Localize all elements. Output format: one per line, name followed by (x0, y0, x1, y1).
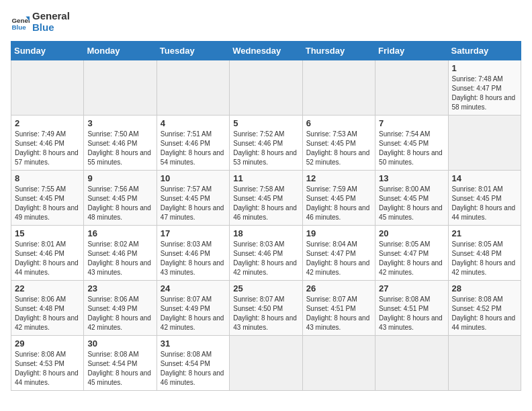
week-row-3: 8Sunrise: 7:55 AMSunset: 4:45 PMDaylight… (11, 171, 521, 226)
day-info: Sunrise: 7:58 AMSunset: 4:45 PMDaylight:… (233, 185, 298, 222)
day-info: Sunrise: 7:50 AMSunset: 4:46 PMDaylight:… (87, 130, 152, 167)
day-info: Sunrise: 8:07 AMSunset: 4:51 PMDaylight:… (306, 295, 371, 332)
day-info: Sunrise: 7:53 AMSunset: 4:45 PMDaylight:… (306, 130, 371, 167)
week-row-1: 1Sunrise: 7:48 AMSunset: 4:47 PMDaylight… (11, 60, 521, 116)
day-number: 9 (87, 173, 152, 183)
calendar-cell: 14Sunrise: 8:01 AMSunset: 4:45 PMDayligh… (448, 171, 521, 226)
calendar-cell: 22Sunrise: 8:06 AMSunset: 4:48 PMDayligh… (11, 281, 84, 336)
day-info: Sunrise: 8:03 AMSunset: 4:46 PMDaylight:… (161, 240, 226, 277)
calendar-cell: 6Sunrise: 7:53 AMSunset: 4:45 PMDaylight… (302, 116, 375, 171)
day-number: 11 (233, 173, 298, 183)
calendar-cell: 23Sunrise: 8:06 AMSunset: 4:49 PMDayligh… (84, 281, 157, 336)
day-info: Sunrise: 7:55 AMSunset: 4:45 PMDaylight:… (15, 185, 80, 222)
day-number: 27 (379, 283, 444, 293)
day-number: 28 (452, 283, 517, 293)
calendar-cell (302, 336, 375, 391)
day-info: Sunrise: 8:02 AMSunset: 4:46 PMDaylight:… (87, 240, 152, 277)
day-info: Sunrise: 8:05 AMSunset: 4:47 PMDaylight:… (379, 240, 444, 277)
day-info: Sunrise: 8:03 AMSunset: 4:46 PMDaylight:… (233, 240, 298, 277)
day-info: Sunrise: 7:56 AMSunset: 4:45 PMDaylight:… (87, 185, 152, 222)
calendar-cell: 25Sunrise: 8:07 AMSunset: 4:50 PMDayligh… (230, 281, 302, 336)
calendar-cell: 13Sunrise: 8:00 AMSunset: 4:45 PMDayligh… (375, 171, 448, 226)
page-header: General Blue General Blue (11, 11, 521, 33)
calendar-cell: 17Sunrise: 8:03 AMSunset: 4:46 PMDayligh… (157, 226, 229, 281)
calendar-cell: 3Sunrise: 7:50 AMSunset: 4:46 PMDaylight… (84, 116, 157, 171)
calendar-cell: 1Sunrise: 7:48 AMSunset: 4:47 PMDaylight… (448, 60, 521, 116)
logo-blue: Blue (32, 22, 70, 34)
day-header-row: SundayMondayTuesdayWednesdayThursdayFrid… (11, 42, 521, 60)
day-info: Sunrise: 8:06 AMSunset: 4:49 PMDaylight:… (87, 295, 152, 332)
calendar-cell: 15Sunrise: 8:01 AMSunset: 4:46 PMDayligh… (11, 226, 84, 281)
day-info: Sunrise: 8:00 AMSunset: 4:45 PMDaylight:… (379, 185, 444, 222)
logo: General Blue General Blue (11, 11, 70, 33)
day-number: 24 (161, 283, 226, 293)
day-number: 21 (452, 228, 517, 238)
calendar-cell: 16Sunrise: 8:02 AMSunset: 4:46 PMDayligh… (84, 226, 157, 281)
day-info: Sunrise: 8:08 AMSunset: 4:51 PMDaylight:… (379, 295, 444, 332)
day-number: 25 (233, 283, 298, 293)
calendar-cell: 2Sunrise: 7:49 AMSunset: 4:46 PMDaylight… (11, 116, 84, 171)
day-number: 4 (161, 118, 226, 128)
day-number: 10 (161, 173, 226, 183)
header-thursday: Thursday (302, 42, 375, 60)
svg-text:Blue: Blue (11, 24, 26, 31)
day-number: 19 (306, 228, 371, 238)
day-number: 31 (161, 338, 226, 349)
calendar-cell: 28Sunrise: 8:08 AMSunset: 4:52 PMDayligh… (448, 281, 521, 336)
day-number: 2 (15, 118, 80, 128)
day-info: Sunrise: 7:49 AMSunset: 4:46 PMDaylight:… (15, 130, 80, 167)
day-info: Sunrise: 8:05 AMSunset: 4:48 PMDaylight:… (452, 240, 517, 277)
day-info: Sunrise: 8:01 AMSunset: 4:45 PMDaylight:… (452, 185, 517, 222)
calendar-cell: 18Sunrise: 8:03 AMSunset: 4:46 PMDayligh… (230, 226, 302, 281)
calendar-cell: 21Sunrise: 8:05 AMSunset: 4:48 PMDayligh… (448, 226, 521, 281)
calendar-cell: 9Sunrise: 7:56 AMSunset: 4:45 PMDaylight… (84, 171, 157, 226)
day-info: Sunrise: 7:51 AMSunset: 4:46 PMDaylight:… (161, 130, 226, 167)
calendar-cell: 5Sunrise: 7:52 AMSunset: 4:46 PMDaylight… (230, 116, 302, 171)
day-info: Sunrise: 8:04 AMSunset: 4:47 PMDaylight:… (306, 240, 371, 277)
logo-general: General (32, 11, 70, 22)
day-info: Sunrise: 7:57 AMSunset: 4:45 PMDaylight:… (161, 185, 226, 222)
calendar-cell (11, 60, 84, 116)
calendar-cell (84, 60, 157, 116)
week-row-5: 22Sunrise: 8:06 AMSunset: 4:48 PMDayligh… (11, 281, 521, 336)
day-number: 16 (87, 228, 152, 238)
day-info: Sunrise: 8:08 AMSunset: 4:54 PMDaylight:… (161, 350, 226, 387)
calendar-cell (448, 116, 521, 171)
header-monday: Monday (84, 42, 157, 60)
day-number: 1 (452, 63, 517, 73)
calendar-cell (375, 336, 448, 391)
calendar-cell (302, 60, 375, 116)
header-saturday: Saturday (448, 42, 521, 60)
calendar-cell: 7Sunrise: 7:54 AMSunset: 4:45 PMDaylight… (375, 116, 448, 171)
day-number: 18 (233, 228, 298, 238)
day-number: 29 (15, 338, 80, 349)
day-number: 8 (15, 173, 80, 183)
calendar-cell: 12Sunrise: 7:59 AMSunset: 4:45 PMDayligh… (302, 171, 375, 226)
calendar-cell (230, 336, 302, 391)
calendar-cell (375, 60, 448, 116)
day-info: Sunrise: 8:08 AMSunset: 4:54 PMDaylight:… (87, 350, 152, 387)
day-info: Sunrise: 8:01 AMSunset: 4:46 PMDaylight:… (15, 240, 80, 277)
header-wednesday: Wednesday (230, 42, 302, 60)
day-number: 17 (161, 228, 226, 238)
day-number: 7 (379, 118, 444, 128)
calendar-cell: 20Sunrise: 8:05 AMSunset: 4:47 PMDayligh… (375, 226, 448, 281)
day-number: 26 (306, 283, 371, 293)
week-row-6: 29Sunrise: 8:08 AMSunset: 4:53 PMDayligh… (11, 336, 521, 391)
day-number: 30 (87, 338, 152, 349)
header-sunday: Sunday (11, 42, 84, 60)
day-number: 3 (87, 118, 152, 128)
day-number: 5 (233, 118, 298, 128)
day-number: 14 (452, 173, 517, 183)
calendar-cell: 29Sunrise: 8:08 AMSunset: 4:53 PMDayligh… (11, 336, 84, 391)
day-info: Sunrise: 8:08 AMSunset: 4:52 PMDaylight:… (452, 295, 517, 332)
day-number: 12 (306, 173, 371, 183)
calendar-cell: 31Sunrise: 8:08 AMSunset: 4:54 PMDayligh… (157, 336, 229, 391)
logo-icon: General Blue (11, 13, 30, 32)
day-number: 20 (379, 228, 444, 238)
week-row-2: 2Sunrise: 7:49 AMSunset: 4:46 PMDaylight… (11, 116, 521, 171)
day-info: Sunrise: 7:48 AMSunset: 4:47 PMDaylight:… (452, 75, 517, 112)
day-info: Sunrise: 8:08 AMSunset: 4:53 PMDaylight:… (15, 350, 80, 387)
day-info: Sunrise: 7:54 AMSunset: 4:45 PMDaylight:… (379, 130, 444, 167)
calendar-cell: 24Sunrise: 8:07 AMSunset: 4:49 PMDayligh… (157, 281, 229, 336)
